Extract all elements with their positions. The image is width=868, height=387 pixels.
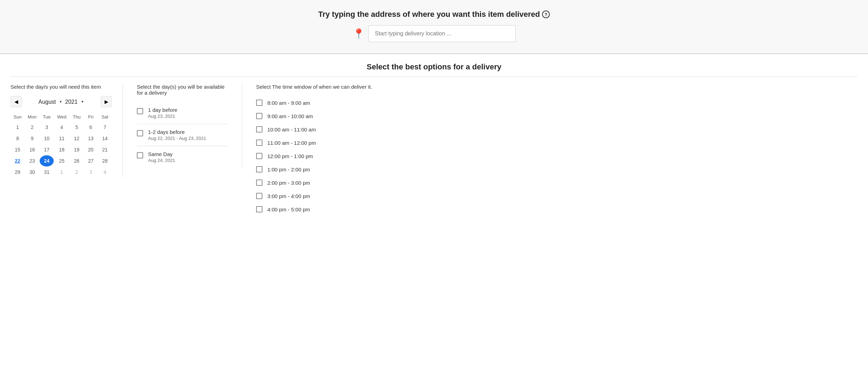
time-option: 3:00 pm - 4:00 pm [256,189,857,203]
time-checkbox[interactable] [256,179,262,186]
cal-day[interactable]: 15 [11,144,25,155]
title-text: Try typing the address of where you want… [318,10,540,19]
location-row: 📍 [7,25,861,42]
cal-day[interactable]: 27 [84,155,98,167]
delivery-checkbox[interactable] [137,108,143,114]
time-option: 8:00 am - 9:00 am [256,96,857,109]
cal-day[interactable]: 18 [54,144,69,155]
time-label[interactable]: 12:00 pm - 1:00 pm [267,153,313,159]
cal-day[interactable]: 1 [54,167,69,178]
year-select[interactable]: 2021 [65,99,84,105]
time-label[interactable]: 10:00 am - 11:00 am [267,127,316,133]
cal-day[interactable]: 3 [40,122,54,133]
time-checkbox[interactable] [256,193,262,199]
top-title: Try typing the address of where you want… [7,10,861,19]
time-label[interactable]: 4:00 pm - 5:00 pm [267,206,310,212]
time-checkbox[interactable] [256,140,262,146]
cal-day[interactable]: 10 [40,133,54,144]
cal-day[interactable]: 17 [40,144,54,155]
cal-grid: Sun Mon Tue Wed Thu Fri Sat 123456789101… [11,112,112,178]
month-select[interactable]: August [39,99,62,105]
time-label[interactable]: 9:00 am - 10:00 am [267,113,313,119]
cal-header: ◀ August 2021 ▶ [11,96,112,107]
time-label[interactable]: 1:00 pm - 2:00 pm [267,167,310,172]
col2-label: Select the day(s) you will be available … [137,84,228,96]
cal-day[interactable]: 30 [25,167,40,178]
time-checkbox[interactable] [256,206,262,212]
cal-day[interactable]: 8 [11,133,25,144]
time-label[interactable]: 3:00 pm - 4:00 pm [267,193,310,199]
col-calendar: Select the day/s you will need this item… [11,84,123,178]
time-option: 2:00 pm - 3:00 pm [256,176,857,189]
cal-day[interactable]: 16 [25,144,40,155]
cal-day[interactable]: 1 [11,122,25,133]
time-option: 12:00 pm - 1:00 pm [256,149,857,163]
cal-day[interactable]: 22 [11,155,25,167]
location-input[interactable] [368,25,516,42]
cal-day[interactable]: 25 [54,155,69,167]
time-slots: 8:00 am - 9:00 am9:00 am - 10:00 am10:00… [256,96,857,216]
weekday-tue: Tue [40,112,54,122]
cal-day[interactable]: 4 [98,167,112,178]
weekday-fri: Fri [84,112,98,122]
time-label[interactable]: 2:00 pm - 3:00 pm [267,180,310,186]
delivery-sub-text: Aug 24, 2021 [148,158,175,163]
delivery-text: 1 day beforeAug 23, 2021 [148,107,177,119]
delivery-checkbox[interactable] [137,130,143,136]
delivery-sub-text: Aug 22, 2021 - Aug 23, 2021 [148,136,206,141]
time-checkbox[interactable] [256,153,262,159]
cal-day[interactable]: 21 [98,144,112,155]
delivery-main-text: 1-2 days before [148,129,206,135]
delivery-checkbox[interactable] [137,152,143,158]
weekday-thu: Thu [70,112,84,122]
cal-day[interactable]: 23 [25,155,40,167]
cal-day[interactable]: 12 [70,133,84,144]
weekday-sat: Sat [98,112,112,122]
time-label[interactable]: 8:00 am - 9:00 am [267,100,310,106]
cal-day[interactable]: 28 [98,155,112,167]
delivery-main-text: Same Day [148,151,175,157]
cal-month-year: August 2021 [39,99,84,105]
delivery-option: Same DayAug 24, 2021 [137,146,228,168]
delivery-option: 1 day beforeAug 23, 2021 [137,102,228,124]
delivery-text: 1-2 days beforeAug 22, 2021 - Aug 23, 20… [148,129,206,141]
info-icon[interactable]: ? [542,11,550,18]
cal-day[interactable]: 9 [25,133,40,144]
prev-month-button[interactable]: ◀ [11,96,22,107]
cal-day[interactable]: 14 [98,133,112,144]
bottom-title: Select the best options for a delivery [11,62,857,77]
cal-day[interactable]: 5 [70,122,84,133]
cal-day[interactable]: 2 [25,122,40,133]
year-select-wrapper: 2021 [65,99,84,105]
cal-day[interactable]: 24 [40,155,54,167]
time-option: 4:00 pm - 5:00 pm [256,203,857,216]
cal-day[interactable]: 11 [54,133,69,144]
cal-day[interactable]: 31 [40,167,54,178]
col-times: Select The time window of when we can de… [242,84,857,216]
cal-day[interactable]: 19 [70,144,84,155]
delivery-sub-text: Aug 23, 2021 [148,114,177,119]
cal-day[interactable]: 20 [84,144,98,155]
cal-body: 1234567891011121314151617181920212223242… [11,122,112,178]
cal-day[interactable]: 6 [84,122,98,133]
time-option: 10:00 am - 11:00 am [256,123,857,136]
columns: Select the day/s you will need this item… [11,84,857,216]
time-checkbox[interactable] [256,113,262,119]
delivery-option: 1-2 days beforeAug 22, 2021 - Aug 23, 20… [137,124,228,146]
cal-day[interactable]: 4 [54,122,69,133]
cal-weekdays: Sun Mon Tue Wed Thu Fri Sat [11,112,112,122]
cal-day[interactable]: 26 [70,155,84,167]
cal-day[interactable]: 2 [70,167,84,178]
time-checkbox[interactable] [256,166,262,172]
delivery-main-text: 1 day before [148,107,177,113]
cal-day[interactable]: 13 [84,133,98,144]
time-checkbox[interactable] [256,100,262,106]
cal-day[interactable]: 29 [11,167,25,178]
next-month-button[interactable]: ▶ [101,96,112,107]
time-label[interactable]: 11:00 am - 12:00 pm [267,140,316,146]
cal-day[interactable]: 3 [84,167,98,178]
weekday-wed: Wed [54,112,69,122]
cal-day[interactable]: 7 [98,122,112,133]
time-checkbox[interactable] [256,126,262,133]
delivery-text: Same DayAug 24, 2021 [148,151,175,163]
